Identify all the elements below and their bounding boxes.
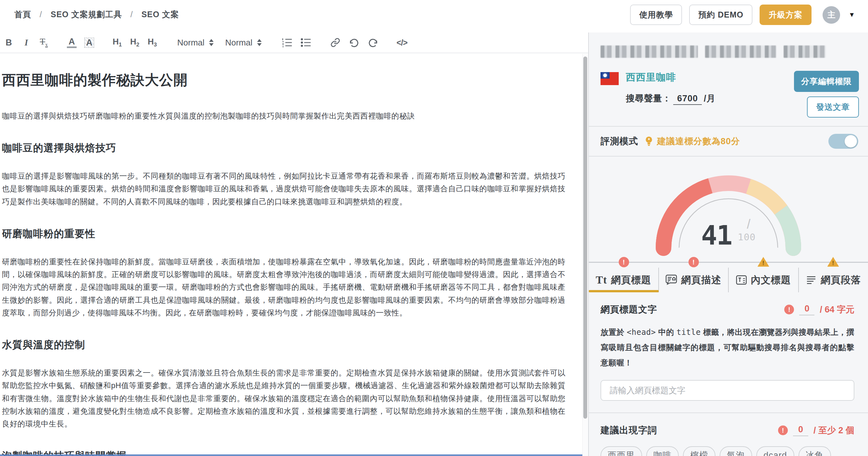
search-volume-value[interactable]: 6700 <box>673 94 702 105</box>
editor-toolbar: B I Tx A A H1 H2 H3 Normal Normal <box>0 32 588 53</box>
ordered-list-icon[interactable] <box>282 38 293 48</box>
suggested-keywords-panel: 建議出現字詞 ! 0 / 至少 2 個 西西里 咖啡 檸檬 氣泡 dcard 冰… <box>589 413 868 456</box>
tab-content-headings[interactable]: 內文標題 <box>728 268 798 292</box>
keyword-chip[interactable]: 咖啡 <box>646 446 679 456</box>
lightbulb-icon <box>644 136 654 147</box>
evaluation-toggle[interactable] <box>828 134 858 149</box>
analysis-tabs: ! ! ! ! Tt 網頁標題 <box>589 256 868 292</box>
book-demo-button[interactable]: 預約 DEMO <box>689 4 752 25</box>
tab-label: 網頁標題 <box>611 273 651 287</box>
highlight-color-button[interactable]: A <box>84 38 94 48</box>
italic-button[interactable]: I <box>22 38 31 47</box>
redacted-project-title <box>600 45 859 58</box>
breadcrumb-separator: / <box>130 10 133 19</box>
block-format-select[interactable]: Normal <box>175 38 216 48</box>
heading3-button[interactable]: H3 <box>147 37 157 48</box>
keywords-count-value: 0 <box>793 425 808 436</box>
keywords-count: ! 0 / 至少 2 個 <box>778 425 855 436</box>
undo-icon[interactable] <box>349 38 360 48</box>
clear-format-button[interactable]: Tx <box>39 37 49 48</box>
bold-button[interactable]: B <box>4 38 13 47</box>
score-max: 100 <box>738 232 756 243</box>
bullet-list-icon[interactable] <box>301 38 312 48</box>
scrollbar-thumb[interactable] <box>583 57 587 419</box>
keyword-chip[interactable]: 冰角 <box>799 446 831 456</box>
score-gauge: 41 / 100 <box>638 160 819 256</box>
send-article-button[interactable]: 發送文章 <box>807 96 859 118</box>
page-title-field-label: 網頁標題文字 <box>600 303 657 316</box>
doc-paragraph: 水質是影響水族箱生態系統的重要因素之一。確保水質清澈並且符合魚類生長的需求是非常… <box>2 367 565 430</box>
target-score-hint: 建議達標分數為80分 <box>657 135 740 147</box>
evaluation-mode-label: 評測模式 <box>600 135 638 148</box>
tutorial-button[interactable]: 使用教學 <box>630 4 682 25</box>
page-description-icon <box>665 274 677 285</box>
title-char-count: ! 0 / 64 字元 <box>784 304 855 315</box>
taiwan-flag-icon <box>600 72 619 85</box>
evaluation-mode-row: 評測模式 建議達標分數為80分 <box>589 126 868 156</box>
error-badge-icon: ! <box>778 425 788 435</box>
tab-label: 網頁段落 <box>820 273 861 287</box>
avatar[interactable]: 主 <box>823 6 840 24</box>
page-title-description: 放置於 <head> 中的 title 標籤，將出現在瀏覽器列與搜尋結果上，撰寫… <box>600 325 855 370</box>
keyword-chip[interactable]: 檸檬 <box>683 446 715 456</box>
editor-scrollbar <box>582 54 588 456</box>
analysis-sidebar: 西西里咖啡 搜尋聲量： 6700 /月 分享編輯權限 發送文章 評測模式 <box>588 32 868 456</box>
title-tag-code: title <box>677 328 701 337</box>
breadcrumb-current: SEO 文案 <box>142 9 179 20</box>
keyword-chips: 西西里 咖啡 檸檬 氣泡 dcard 冰角 好處 手沖 推薦 是什麼 歷史 減肥… <box>600 446 855 456</box>
keyword-chip[interactable]: 西西里 <box>600 446 642 456</box>
header-actions: 使用教學 預約 DEMO 升級方案 主 ▼ <box>630 4 855 25</box>
tab-page-title[interactable]: Tt 網頁標題 <box>589 268 658 292</box>
project-section: 西西里咖啡 搜尋聲量： 6700 /月 分享編輯權限 發送文章 <box>589 32 868 126</box>
suggested-keywords-label: 建議出現字詞 <box>600 424 657 436</box>
search-volume-label: 搜尋聲量： <box>626 93 671 104</box>
select-arrows-icon <box>209 39 214 46</box>
chevron-down-icon[interactable]: ▼ <box>848 11 855 19</box>
score-value: 41 <box>701 220 732 251</box>
text-color-button[interactable]: A <box>67 37 76 48</box>
breadcrumb-tool[interactable]: SEO 文案規劃工具 <box>51 9 122 20</box>
target-keyword-link[interactable]: 西西里咖啡 <box>626 71 716 84</box>
doc-heading: 水質與溫度的控制 <box>2 338 565 352</box>
clear-format-x: x <box>45 42 48 48</box>
page-title-input[interactable] <box>600 380 855 401</box>
tab-page-description[interactable]: 網頁描述 <box>658 268 728 292</box>
breadcrumb-separator: / <box>40 10 42 19</box>
head-tag-code: <head> <box>627 328 656 337</box>
share-edit-permission-button[interactable]: 分享編輯權限 <box>794 71 859 92</box>
doc-heading: 西西里咖啡的製作秘訣大公開 <box>2 71 565 90</box>
content-headings-icon <box>736 274 747 285</box>
document-editor[interactable]: 西西里咖啡的製作秘訣大公開 咖啡豆的選擇與烘焙技巧研磨咖啡粉的重要性水質與溫度的… <box>0 53 588 456</box>
doc-heading: 研磨咖啡粉的重要性 <box>2 227 565 241</box>
code-view-button[interactable]: </> <box>397 39 407 47</box>
search-volume-unit: /月 <box>704 93 716 104</box>
error-badge-icon: ! <box>784 305 794 314</box>
page-title-icon: Tt <box>596 274 607 286</box>
font-format-value: Normal <box>225 38 252 48</box>
title-count-value: 0 <box>799 304 814 315</box>
doc-heading: 咖啡豆的選擇與烘焙技巧 <box>2 141 565 155</box>
search-volume-row: 搜尋聲量： 6700 /月 <box>626 93 716 105</box>
keyword-chip[interactable]: dcard <box>756 446 794 456</box>
doc-paragraph: 咖啡豆的選擇與烘焙技巧研磨咖啡粉的重要性水質與溫度的控制泡製咖啡的技巧與時間掌握… <box>2 110 565 122</box>
heading2-button[interactable]: H2 <box>130 37 140 48</box>
active-tab-underline <box>589 290 659 292</box>
main-area: B I Tx A A H1 H2 H3 Normal Normal <box>0 32 868 456</box>
app-root: 首頁 / SEO 文案規劃工具 / SEO 文案 使用教學 預約 DEMO 升級… <box>0 0 868 456</box>
upgrade-plan-button[interactable]: 升級方案 <box>760 4 811 25</box>
tab-label: 網頁描述 <box>681 273 721 287</box>
breadcrumb-home[interactable]: 首頁 <box>14 9 31 20</box>
tabs-top-line <box>589 262 868 263</box>
heading1-button[interactable]: H1 <box>112 37 122 48</box>
select-arrows-icon <box>257 39 261 46</box>
page-paragraphs-icon <box>806 274 817 285</box>
page-title-panel: 網頁標題文字 ! 0 / 64 字元 放置於 <head> 中的 title 標… <box>589 292 868 401</box>
doc-paragraph: 咖啡豆的選擇是影響咖啡風味的第一步。不同種類的咖啡豆有著不同的風味特性，例如阿拉… <box>2 170 565 208</box>
top-header: 首頁 / SEO 文案規劃工具 / SEO 文案 使用教學 預約 DEMO 升級… <box>0 0 868 32</box>
keyword-chip[interactable]: 氣泡 <box>720 446 752 456</box>
link-icon[interactable] <box>330 38 341 48</box>
redo-icon[interactable] <box>368 38 378 48</box>
font-format-select[interactable]: Normal <box>223 38 264 48</box>
block-format-value: Normal <box>177 38 205 48</box>
tab-page-paragraphs[interactable]: 網頁段落 <box>798 268 868 292</box>
